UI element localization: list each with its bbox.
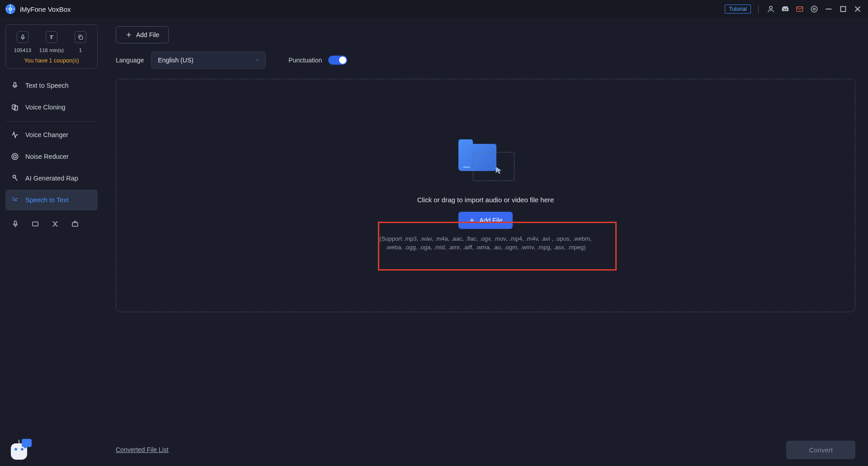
noise-icon [11, 152, 19, 161]
mic-icon [17, 31, 28, 43]
bottom-icon-row [5, 211, 98, 228]
stat-minutes[interactable]: 116 min(s) [38, 31, 65, 53]
sidebar-item-text-to-speech[interactable]: Text to Speech [5, 75, 98, 96]
add-file-label: Add File [136, 31, 159, 38]
add-file-button[interactable]: Add File [116, 26, 169, 43]
tutorial-button[interactable]: Tutorial [725, 5, 751, 14]
mic-icon [11, 81, 19, 90]
stt-icon [11, 196, 19, 204]
plus-icon [125, 31, 132, 38]
main: Add File Language English (US) Punctuati… [103, 18, 868, 466]
discord-icon[interactable] [780, 4, 790, 14]
user-icon[interactable] [766, 4, 776, 14]
svg-point-14 [12, 153, 18, 160]
sidebar: 105413 116 min(s) 1 You have 1 coupon(s)… [0, 18, 103, 466]
sidebar-item-label: AI Generated Rap [25, 175, 78, 182]
mic-stand-icon [11, 174, 19, 182]
svg-rect-6 [841, 7, 846, 12]
svg-rect-17 [14, 221, 17, 224]
wave-icon [11, 131, 19, 139]
svg-rect-18 [33, 222, 38, 226]
briefcase-icon[interactable] [71, 219, 80, 228]
svg-rect-9 [22, 34, 24, 38]
footer: Converted File List Convert [116, 433, 855, 466]
svg-point-1 [769, 6, 772, 9]
svg-rect-19 [72, 223, 78, 226]
stat-characters[interactable]: 105413 [9, 31, 36, 53]
svg-rect-11 [14, 82, 16, 86]
divider [5, 121, 98, 122]
supported-formats: (Support .mp3, .wav, .m4a, .aac, .flac, … [375, 234, 596, 252]
chevron-down-icon [255, 57, 260, 64]
svg-rect-10 [80, 36, 83, 39]
coupon-link[interactable]: You have 1 coupon(s) [9, 57, 94, 64]
svg-point-15 [14, 155, 16, 158]
language-label: Language [116, 57, 144, 64]
plus-icon [468, 217, 476, 224]
sidebar-item-label: Text to Speech [25, 82, 69, 89]
punctuation-toggle[interactable] [328, 56, 347, 65]
sidebar-item-label: Speech to Text [25, 196, 69, 204]
svg-point-4 [811, 6, 817, 12]
sidebar-item-label: Noise Reducer [25, 153, 69, 160]
copy-icon [75, 31, 86, 43]
app-title: iMyFone VoxBox [20, 5, 71, 13]
sidebar-item-label: Voice Changer [25, 131, 68, 138]
stats-box: 105413 116 min(s) 1 You have 1 coupon(s) [5, 24, 98, 69]
gear-icon[interactable] [809, 4, 819, 14]
add-file-label: Add File [479, 217, 502, 224]
cursor-icon [494, 166, 504, 177]
svg-point-0 [9, 8, 12, 10]
minimize-icon[interactable] [824, 4, 834, 14]
converted-file-list-link[interactable]: Converted File List [116, 446, 169, 453]
sidebar-item-speech-to-text[interactable]: Speech to Text [5, 190, 98, 210]
sidebar-item-label: Voice Cloning [25, 104, 66, 111]
mail-icon[interactable] [795, 4, 805, 14]
chatbot-button[interactable] [8, 441, 30, 462]
sidebar-item-noise-reducer[interactable]: Noise Reducer [5, 146, 98, 167]
stat-files[interactable]: 1 [67, 31, 94, 53]
record-icon[interactable] [11, 219, 20, 228]
language-select[interactable]: English (US) [151, 52, 266, 69]
punctuation-label: Punctuation [288, 57, 322, 64]
svg-point-3 [813, 8, 816, 10]
divider [758, 5, 759, 13]
sidebar-item-ai-rap[interactable]: AI Generated Rap [5, 168, 98, 189]
language-value: English (US) [158, 57, 193, 64]
sidebar-item-voice-changer[interactable]: Voice Changer [5, 124, 98, 145]
loop-icon[interactable] [31, 219, 40, 228]
clone-icon [11, 103, 19, 111]
close-icon[interactable] [853, 4, 863, 14]
text-icon [46, 31, 57, 43]
add-file-primary-button[interactable]: Add File [458, 212, 512, 229]
maximize-icon[interactable] [838, 4, 848, 14]
folder-illustration [458, 139, 513, 182]
titlebar: iMyFone VoxBox Tutorial [0, 0, 868, 18]
shuffle-icon[interactable] [51, 219, 60, 228]
sidebar-item-voice-cloning[interactable]: Voice Cloning [5, 97, 98, 118]
dropzone[interactable]: Click or drag to import audio or video f… [116, 79, 855, 312]
app-logo-icon [5, 4, 15, 14]
dropzone-prompt: Click or drag to import audio or video f… [417, 196, 554, 204]
convert-button[interactable]: Convert [786, 441, 855, 459]
